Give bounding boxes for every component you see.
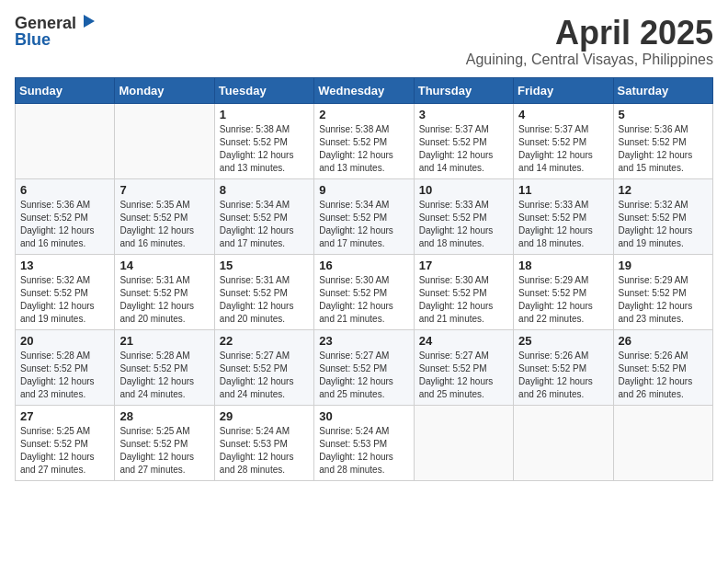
day-info: Sunrise: 5:30 AMSunset: 5:52 PMDaylight:… xyxy=(419,274,508,326)
day-info: Sunrise: 5:38 AMSunset: 5:52 PMDaylight:… xyxy=(319,123,408,175)
weekday-header-saturday: Saturday xyxy=(613,77,712,103)
day-number: 23 xyxy=(319,334,408,348)
calendar-cell: 13Sunrise: 5:32 AMSunset: 5:52 PMDayligh… xyxy=(16,254,115,329)
day-number: 30 xyxy=(319,409,408,423)
day-number: 14 xyxy=(119,259,209,272)
day-info: Sunrise: 5:27 AMSunset: 5:52 PMDaylight:… xyxy=(319,350,408,401)
calendar-header-row: SundayMondayTuesdayWednesdayThursdayFrid… xyxy=(16,77,713,103)
day-info: Sunrise: 5:37 AMSunset: 5:52 PMDaylight:… xyxy=(419,123,508,175)
weekday-header-sunday: Sunday xyxy=(16,77,115,103)
day-info: Sunrise: 5:33 AMSunset: 5:52 PMDaylight:… xyxy=(518,199,608,250)
day-number: 26 xyxy=(619,334,708,348)
day-number: 15 xyxy=(220,259,309,272)
calendar-cell: 28Sunrise: 5:25 AMSunset: 5:52 PMDayligh… xyxy=(115,405,214,480)
calendar-cell: 15Sunrise: 5:31 AMSunset: 5:52 PMDayligh… xyxy=(214,254,313,329)
calendar-week-row: 20Sunrise: 5:28 AMSunset: 5:52 PMDayligh… xyxy=(16,329,713,405)
calendar-cell: 11Sunrise: 5:33 AMSunset: 5:52 PMDayligh… xyxy=(514,178,613,254)
calendar-cell: 8Sunrise: 5:34 AMSunset: 5:52 PMDaylight… xyxy=(214,178,313,254)
day-info: Sunrise: 5:28 AMSunset: 5:52 PMDaylight:… xyxy=(20,350,109,401)
calendar-cell: 16Sunrise: 5:30 AMSunset: 5:52 PMDayligh… xyxy=(314,254,414,329)
day-number: 20 xyxy=(20,334,109,348)
calendar-cell xyxy=(514,405,613,480)
day-number: 18 xyxy=(518,259,608,272)
calendar-cell: 21Sunrise: 5:28 AMSunset: 5:52 PMDayligh… xyxy=(115,329,214,405)
day-number: 6 xyxy=(20,183,109,197)
calendar-cell: 2Sunrise: 5:38 AMSunset: 5:52 PMDaylight… xyxy=(314,103,414,178)
day-number: 22 xyxy=(220,334,309,348)
day-number: 7 xyxy=(119,183,209,197)
day-info: Sunrise: 5:31 AMSunset: 5:52 PMDaylight:… xyxy=(119,274,209,326)
svg-marker-0 xyxy=(84,15,95,28)
calendar-cell: 19Sunrise: 5:29 AMSunset: 5:52 PMDayligh… xyxy=(613,254,712,329)
day-info: Sunrise: 5:34 AMSunset: 5:52 PMDaylight:… xyxy=(220,199,309,250)
day-number: 16 xyxy=(319,259,408,272)
day-number: 21 xyxy=(119,334,209,348)
weekday-header-wednesday: Wednesday xyxy=(314,77,414,103)
day-number: 11 xyxy=(518,183,608,197)
weekday-header-friday: Friday xyxy=(514,77,613,103)
day-number: 1 xyxy=(220,108,309,121)
weekday-header-monday: Monday xyxy=(115,77,214,103)
calendar-cell xyxy=(16,103,115,178)
calendar-cell: 23Sunrise: 5:27 AMSunset: 5:52 PMDayligh… xyxy=(314,329,414,405)
calendar-cell: 3Sunrise: 5:37 AMSunset: 5:52 PMDaylight… xyxy=(414,103,513,178)
location-subtitle: Aguining, Central Visayas, Philippines xyxy=(466,52,713,68)
day-number: 24 xyxy=(419,334,508,348)
day-info: Sunrise: 5:27 AMSunset: 5:52 PMDaylight:… xyxy=(220,350,309,401)
calendar-cell: 4Sunrise: 5:37 AMSunset: 5:52 PMDaylight… xyxy=(514,103,613,178)
calendar-week-row: 27Sunrise: 5:25 AMSunset: 5:52 PMDayligh… xyxy=(16,405,713,480)
calendar-cell: 20Sunrise: 5:28 AMSunset: 5:52 PMDayligh… xyxy=(16,329,115,405)
calendar-week-row: 13Sunrise: 5:32 AMSunset: 5:52 PMDayligh… xyxy=(16,254,713,329)
calendar-cell xyxy=(414,405,513,480)
day-info: Sunrise: 5:29 AMSunset: 5:52 PMDaylight:… xyxy=(619,274,708,326)
logo-triangle-icon xyxy=(78,13,95,29)
logo-blue-text: Blue xyxy=(15,30,51,49)
day-info: Sunrise: 5:25 AMSunset: 5:52 PMDaylight:… xyxy=(20,425,109,477)
calendar-cell: 25Sunrise: 5:26 AMSunset: 5:52 PMDayligh… xyxy=(514,329,613,405)
calendar-cell: 24Sunrise: 5:27 AMSunset: 5:52 PMDayligh… xyxy=(414,329,513,405)
day-number: 9 xyxy=(319,183,408,197)
day-info: Sunrise: 5:38 AMSunset: 5:52 PMDaylight:… xyxy=(220,123,309,175)
day-number: 12 xyxy=(619,183,708,197)
calendar-cell: 29Sunrise: 5:24 AMSunset: 5:53 PMDayligh… xyxy=(214,405,313,480)
day-info: Sunrise: 5:25 AMSunset: 5:52 PMDaylight:… xyxy=(119,425,209,477)
calendar-cell: 22Sunrise: 5:27 AMSunset: 5:52 PMDayligh… xyxy=(214,329,313,405)
calendar-cell: 6Sunrise: 5:36 AMSunset: 5:52 PMDaylight… xyxy=(16,178,115,254)
day-info: Sunrise: 5:35 AMSunset: 5:52 PMDaylight:… xyxy=(119,199,209,250)
calendar-cell: 10Sunrise: 5:33 AMSunset: 5:52 PMDayligh… xyxy=(414,178,513,254)
day-number: 27 xyxy=(20,409,109,423)
day-number: 5 xyxy=(619,108,708,121)
calendar-cell: 26Sunrise: 5:26 AMSunset: 5:52 PMDayligh… xyxy=(613,329,712,405)
day-info: Sunrise: 5:27 AMSunset: 5:52 PMDaylight:… xyxy=(419,350,508,401)
day-info: Sunrise: 5:32 AMSunset: 5:52 PMDaylight:… xyxy=(20,274,109,326)
month-year-title: April 2025 xyxy=(466,15,713,52)
day-info: Sunrise: 5:37 AMSunset: 5:52 PMDaylight:… xyxy=(518,123,608,175)
day-number: 13 xyxy=(20,259,109,272)
calendar-cell: 18Sunrise: 5:29 AMSunset: 5:52 PMDayligh… xyxy=(514,254,613,329)
day-info: Sunrise: 5:36 AMSunset: 5:52 PMDaylight:… xyxy=(619,123,708,175)
day-info: Sunrise: 5:32 AMSunset: 5:52 PMDaylight:… xyxy=(619,199,708,250)
logo: General Blue xyxy=(15,15,95,49)
calendar-cell xyxy=(115,103,214,178)
day-info: Sunrise: 5:28 AMSunset: 5:52 PMDaylight:… xyxy=(119,350,209,401)
day-number: 2 xyxy=(319,108,408,121)
calendar-week-row: 1Sunrise: 5:38 AMSunset: 5:52 PMDaylight… xyxy=(16,103,713,178)
calendar-cell: 30Sunrise: 5:24 AMSunset: 5:53 PMDayligh… xyxy=(314,405,414,480)
calendar-cell: 5Sunrise: 5:36 AMSunset: 5:52 PMDaylight… xyxy=(613,103,712,178)
calendar-cell: 7Sunrise: 5:35 AMSunset: 5:52 PMDaylight… xyxy=(115,178,214,254)
day-info: Sunrise: 5:26 AMSunset: 5:52 PMDaylight:… xyxy=(619,350,708,401)
logo-general-text: General xyxy=(15,15,76,31)
weekday-header-thursday: Thursday xyxy=(414,77,513,103)
calendar-cell: 27Sunrise: 5:25 AMSunset: 5:52 PMDayligh… xyxy=(16,405,115,480)
day-number: 19 xyxy=(619,259,708,272)
day-number: 8 xyxy=(220,183,309,197)
calendar-cell: 17Sunrise: 5:30 AMSunset: 5:52 PMDayligh… xyxy=(414,254,513,329)
day-number: 10 xyxy=(419,183,508,197)
day-info: Sunrise: 5:33 AMSunset: 5:52 PMDaylight:… xyxy=(419,199,508,250)
calendar-cell: 14Sunrise: 5:31 AMSunset: 5:52 PMDayligh… xyxy=(115,254,214,329)
day-info: Sunrise: 5:31 AMSunset: 5:52 PMDaylight:… xyxy=(220,274,309,326)
calendar-week-row: 6Sunrise: 5:36 AMSunset: 5:52 PMDaylight… xyxy=(16,178,713,254)
day-number: 25 xyxy=(518,334,608,348)
day-number: 4 xyxy=(518,108,608,121)
calendar-cell: 1Sunrise: 5:38 AMSunset: 5:52 PMDaylight… xyxy=(214,103,313,178)
